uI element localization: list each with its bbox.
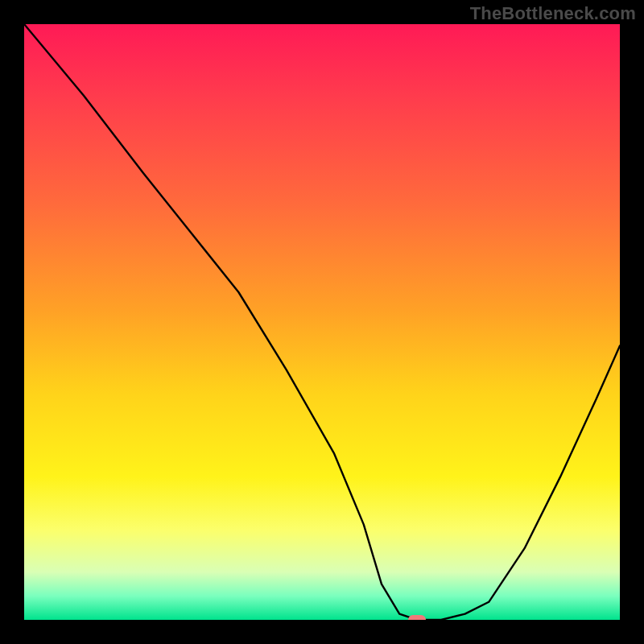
bottleneck-curve <box>24 24 620 620</box>
plot-area <box>24 24 620 620</box>
watermark-text: TheBottleneck.com <box>470 3 636 24</box>
chart-container: TheBottleneck.com <box>0 0 644 644</box>
optimum-marker <box>408 615 426 620</box>
curve-path <box>24 24 620 620</box>
